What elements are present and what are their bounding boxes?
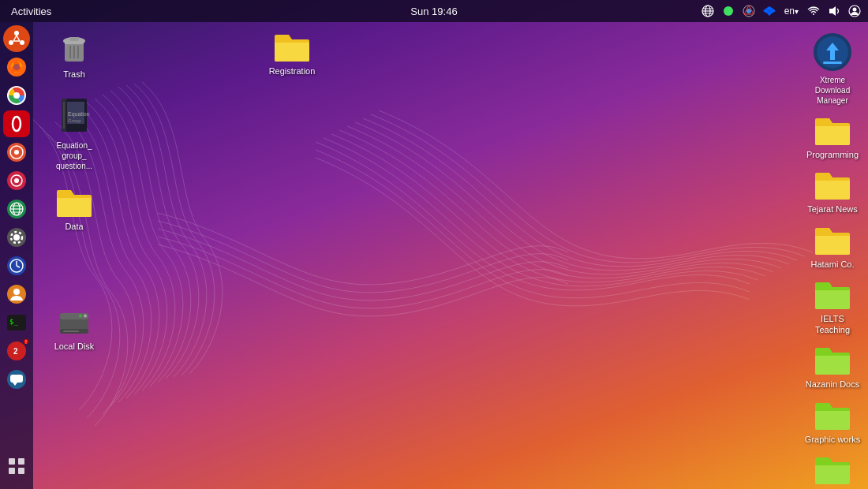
svg-point-34 — [14, 178, 19, 183]
svg-point-31 — [14, 150, 19, 155]
status-dot-icon — [721, 4, 735, 18]
desktop-icons-center: Registration — [260, 28, 324, 80]
desktop-icon-graphic-works[interactable]: Graphic works — [801, 397, 864, 448]
desktop-icon-hatami[interactable]: Hatami Co. — [801, 222, 864, 273]
trash-label: Trash — [63, 69, 85, 80]
xdm-label: XtremeDownloadManager — [815, 75, 850, 106]
dock-firefox[interactable] — [3, 54, 30, 80]
svg-point-15 — [14, 31, 19, 35]
svg-marker-11 — [829, 6, 836, 16]
tejarat-label: Tejarat News — [807, 203, 858, 215]
dock-opera[interactable] — [3, 110, 30, 137]
topbar-right: en ▾ — [701, 4, 862, 18]
svg-point-26 — [13, 92, 20, 99]
desktop-icon-xdm[interactable]: XtremeDownloadManager — [798, 28, 867, 109]
user-menu-icon[interactable] — [847, 4, 862, 18]
dock-settings[interactable] — [3, 224, 30, 251]
dock-target[interactable] — [3, 167, 30, 194]
svg-rect-70 — [63, 102, 65, 129]
svg-rect-67 — [69, 37, 79, 41]
registration-label: Registration — [269, 65, 316, 77]
application-dock: $_ 2 ! — [0, 22, 33, 489]
desktop-icon-data[interactable]: Data — [43, 184, 106, 235]
nazanin-label: Nazanin Docs — [806, 379, 859, 390]
svg-rect-63 — [65, 41, 84, 44]
chrome-tray-icon[interactable] — [742, 4, 756, 18]
network-globe-icon[interactable] — [701, 4, 715, 18]
dock-badge-red[interactable]: 2 ! — [3, 338, 30, 364]
svg-point-16 — [20, 40, 24, 45]
dock-app-grid[interactable] — [3, 453, 30, 480]
svg-point-6 — [746, 9, 751, 13]
desktop-icon-nazanin[interactable]: Nazanin Docs — [801, 342, 864, 393]
svg-rect-83 — [823, 62, 842, 64]
desktop-icons-right: XtremeDownloadManager Programming Tejara… — [797, 28, 868, 489]
graphic-works-label: Graphic works — [805, 434, 860, 445]
svg-point-17 — [9, 40, 13, 45]
svg-rect-59 — [9, 468, 15, 474]
svg-point-78 — [79, 314, 82, 317]
dock-contacts[interactable] — [3, 281, 30, 308]
dock-terminal[interactable]: $_ — [3, 309, 30, 336]
data-label: Data — [65, 221, 83, 232]
svg-point-13 — [853, 8, 857, 12]
svg-rect-60 — [18, 468, 24, 474]
desktop-icon-articles[interactable]: articles — [801, 451, 864, 489]
desktop-icon-tejarat[interactable]: Tejarat News — [801, 166, 864, 218]
desktop-icon-registration[interactable]: Registration — [260, 28, 324, 80]
ielts-label: IELTS Teaching — [804, 313, 861, 336]
desktop-icon-trash[interactable]: Trash — [43, 28, 106, 83]
equation-label: Equation_group_question... — [56, 140, 92, 171]
topbar-clock: Sun 19:46 — [410, 6, 457, 17]
dock-chrome[interactable] — [3, 82, 30, 109]
language-indicator[interactable]: en ▾ — [783, 4, 800, 18]
activities-button[interactable]: Activities — [6, 6, 56, 17]
desktop-icons-left: Trash Equation Group Equation_group_ques… — [39, 28, 106, 355]
programming-label: Programming — [806, 149, 859, 160]
topbar-left: Activities — [6, 6, 56, 17]
svg-text:Group: Group — [68, 118, 81, 123]
svg-text:$_: $_ — [9, 318, 18, 326]
svg-rect-79 — [63, 330, 79, 332]
svg-rect-57 — [9, 458, 15, 465]
dock-rhythmbox[interactable] — [3, 139, 30, 166]
local-disk-label: Local Disk — [54, 341, 95, 352]
svg-text:2: 2 — [13, 347, 18, 356]
svg-point-77 — [84, 314, 87, 317]
desktop-icon-equation[interactable]: Equation Group Equation_group_question..… — [43, 94, 106, 174]
topbar: Activities Sun 19:46 en ▾ — [0, 0, 868, 22]
desktop-icon-local-disk[interactable]: Local Disk — [43, 305, 106, 355]
dock-globe[interactable] — [3, 196, 30, 222]
svg-point-42 — [13, 234, 20, 241]
hatami-label: Hatami Co. — [810, 259, 854, 270]
svg-rect-58 — [18, 458, 24, 465]
svg-rect-55 — [10, 375, 23, 383]
dock-clock[interactable] — [3, 252, 30, 279]
desktop-icon-ielts[interactable]: IELTS Teaching — [801, 276, 864, 339]
dock-ubuntu[interactable] — [3, 25, 30, 52]
volume-icon[interactable] — [827, 4, 841, 18]
dropbox-tray-icon[interactable] — [762, 4, 776, 18]
desktop: .wave-line { fill: none; stroke: rgba(25… — [0, 0, 868, 489]
svg-point-49 — [13, 289, 20, 295]
wifi-icon[interactable] — [806, 4, 821, 18]
dock-messaging[interactable] — [3, 366, 30, 393]
svg-text:Equation: Equation — [68, 111, 90, 118]
desktop-icon-programming[interactable]: Programming — [801, 112, 864, 163]
